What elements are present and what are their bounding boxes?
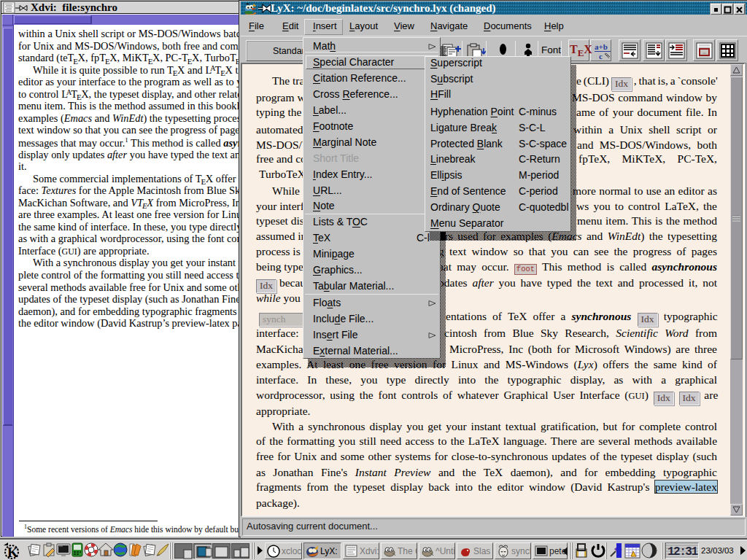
- svg-text:a+b: a+b: [595, 42, 608, 51]
- svg-text:c: c: [599, 52, 603, 61]
- svg-text:K: K: [7, 545, 18, 560]
